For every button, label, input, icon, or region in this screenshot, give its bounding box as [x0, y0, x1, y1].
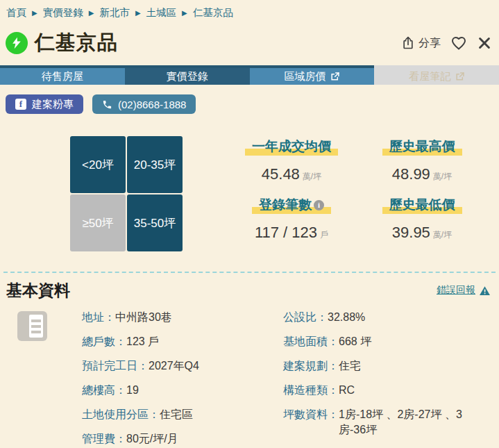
breadcrumb-city[interactable]: 新北市 [99, 6, 130, 19]
stat-label: 一年成交均價 [245, 138, 338, 156]
stat-unit: 戶 [320, 230, 328, 240]
stat-one-year-average: 一年成交均價 45.48萬/坪 [226, 138, 357, 196]
field-total-floors: 總樓高：19 [82, 383, 273, 407]
size-filter-35-50[interactable]: 35-50坪 [127, 194, 183, 251]
facebook-button-label: 建案粉專 [32, 98, 74, 111]
tab-viewing-notes[interactable]: 看屋筆記 [374, 65, 499, 85]
basic-info-left-column: 地址：中州路30巷 總戶數：123 戶 預計完工日：2027年Q4 總樓高：19… [82, 310, 273, 448]
stat-value: 39.95萬/坪 [357, 224, 487, 242]
field-label: 總戶數： [82, 334, 126, 349]
stat-record-count: 登錄筆數 117 / 123戶 [226, 196, 357, 254]
field-value: 668 坪 [339, 334, 486, 349]
stat-unit: 萬/坪 [433, 172, 452, 181]
error-report: 錯誤回報 [437, 284, 491, 297]
field-value: 80元/坪/月 [126, 431, 273, 447]
lightning-badge-icon [6, 32, 28, 54]
stat-historic-high: 歷史最高價 48.99萬/坪 [357, 138, 487, 196]
field-value: 123 戶 [126, 334, 273, 349]
tab-label: 看屋筆記 [409, 70, 450, 83]
field-label: 總樓高： [82, 383, 126, 398]
page-title: 仁基京品 [35, 29, 118, 57]
heart-icon [450, 35, 467, 51]
facebook-icon [15, 99, 26, 110]
document-icon [17, 311, 47, 341]
field-address: 地址：中州路30巷 [82, 310, 273, 334]
field-label: 管理費： [82, 431, 126, 447]
phone-button-label: (02)8668-1888 [118, 99, 186, 110]
basic-info-heading: 基本資料 [6, 280, 70, 301]
external-link-icon [455, 72, 464, 81]
breadcrumb-price-registry[interactable]: 實價登錄 [43, 6, 83, 19]
tab-price-registry[interactable]: 實價登錄 [125, 65, 250, 85]
field-zoning: 土地使用分區：住宅區 [82, 407, 273, 431]
field-label: 構造種類： [283, 383, 339, 398]
breadcrumb-separator-icon: ▶ [89, 9, 94, 17]
close-icon [477, 35, 492, 51]
breadcrumb-separator-icon: ▶ [182, 9, 187, 17]
close-button[interactable] [477, 35, 492, 51]
field-value: 住宅區 [160, 407, 273, 422]
field-management-fee: 管理費：80元/坪/月 [82, 431, 273, 448]
tab-for-sale[interactable]: 待售房屋 [0, 65, 125, 85]
basic-info-right-column: 公設比：32.88% 基地面積：668 坪 建案規劃：住宅 構造種類：RC 坪數… [283, 310, 486, 438]
size-filter-under-20[interactable]: <20坪 [70, 136, 126, 193]
phone-icon [102, 99, 112, 110]
title-actions: 分享 [401, 35, 492, 51]
favorite-button[interactable] [450, 35, 467, 51]
info-icon[interactable] [314, 200, 324, 210]
tab-label: 實價登錄 [167, 70, 208, 83]
stat-unit: 萬/坪 [303, 172, 321, 181]
tab-bar: 待售房屋 實價登錄 區域房價 看屋筆記 [0, 65, 499, 85]
share-button[interactable]: 分享 [401, 36, 441, 51]
facebook-page-button[interactable]: 建案粉專 [6, 94, 83, 114]
field-label: 土地使用分區： [82, 407, 160, 422]
field-value: 2027年Q4 [149, 358, 273, 374]
title-row: 仁基京品 分享 [6, 29, 492, 57]
field-label: 公設比： [283, 310, 328, 325]
stat-value: 45.48萬/坪 [226, 165, 357, 183]
field-site-area: 基地面積：668 坪 [283, 334, 486, 358]
breadcrumb-home[interactable]: 首頁 [6, 6, 26, 19]
field-label: 坪數資料： [283, 407, 339, 422]
field-label: 預計完工日： [82, 358, 149, 374]
stat-value: 117 / 123戶 [226, 224, 357, 242]
field-value: 32.88% [328, 310, 486, 325]
field-label: 建案規劃： [283, 358, 339, 374]
property-page: 首頁 ▶ 實價登錄 ▶ 新北市 ▶ 土城區 ▶ 仁基京品 仁基京品 分享 [0, 0, 499, 448]
stat-label: 歷史最高價 [382, 138, 462, 156]
external-link-icon [330, 72, 339, 81]
field-value: RC [339, 383, 486, 398]
field-structure-type: 構造種類：RC [283, 383, 486, 407]
field-total-units: 總戶數：123 戶 [82, 334, 273, 358]
size-filter-grid: <20坪 20-35坪 ≥50坪 35-50坪 [70, 136, 183, 251]
stat-value: 48.99萬/坪 [357, 165, 487, 183]
stat-label: 歷史最低價 [382, 196, 462, 214]
field-value: 19 [126, 383, 273, 398]
breadcrumb: 首頁 ▶ 實價登錄 ▶ 新北市 ▶ 土城區 ▶ 仁基京品 [6, 6, 233, 19]
actions-row: 建案粉專 (02)8668-1888 [6, 94, 196, 114]
price-stats: 一年成交均價 45.48萬/坪 歷史最高價 48.99萬/坪 登錄筆數 117 … [226, 138, 487, 254]
stat-label: 登錄筆數 [252, 196, 331, 214]
breadcrumb-separator-icon: ▶ [135, 9, 141, 17]
size-filter-20-35[interactable]: 20-35坪 [127, 136, 183, 193]
breadcrumb-district[interactable]: 土城區 [146, 6, 177, 19]
breadcrumb-current: 仁基京品 [193, 6, 233, 19]
field-unit-sizes: 坪數資料：1房-18坪 、2房-27坪 、3房-36坪 [283, 407, 486, 438]
warning-icon [479, 285, 491, 297]
stat-historic-low: 歷史最低價 39.95萬/坪 [357, 196, 487, 254]
error-report-link[interactable]: 錯誤回報 [437, 284, 475, 297]
share-icon [401, 36, 415, 50]
field-label: 基地面積： [283, 334, 339, 349]
field-public-ratio: 公設比：32.88% [283, 310, 486, 334]
field-completion-date: 預計完工日：2027年Q4 [82, 358, 273, 383]
stat-unit: 萬/坪 [433, 230, 452, 240]
tab-label: 待售房屋 [42, 70, 83, 83]
breadcrumb-separator-icon: ▶ [32, 9, 37, 17]
field-value: 住宅 [339, 358, 486, 374]
size-filter-over-50: ≥50坪 [70, 194, 126, 251]
tab-area-prices[interactable]: 區域房價 [250, 65, 375, 85]
field-label: 地址： [82, 310, 115, 325]
tab-label: 區域房價 [284, 70, 325, 83]
phone-button[interactable]: (02)8668-1888 [92, 94, 196, 114]
field-project-plan: 建案規劃：住宅 [283, 358, 486, 383]
